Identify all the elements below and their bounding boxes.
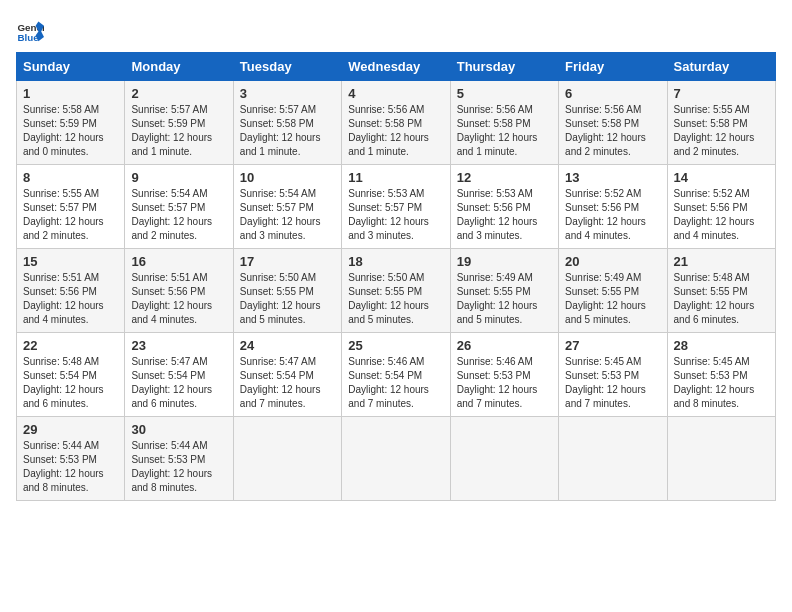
- day-number: 4: [348, 86, 443, 101]
- day-detail: Sunrise: 5:51 AMSunset: 5:56 PMDaylight:…: [23, 271, 118, 327]
- week-row-3: 15Sunrise: 5:51 AMSunset: 5:56 PMDayligh…: [17, 249, 776, 333]
- day-detail: Sunrise: 5:56 AMSunset: 5:58 PMDaylight:…: [565, 103, 660, 159]
- day-detail: Sunrise: 5:58 AMSunset: 5:59 PMDaylight:…: [23, 103, 118, 159]
- day-cell: 16Sunrise: 5:51 AMSunset: 5:56 PMDayligh…: [125, 249, 233, 333]
- day-number: 8: [23, 170, 118, 185]
- day-cell: 6Sunrise: 5:56 AMSunset: 5:58 PMDaylight…: [559, 81, 667, 165]
- logo-icon: General Blue: [16, 16, 44, 44]
- day-detail: Sunrise: 5:56 AMSunset: 5:58 PMDaylight:…: [348, 103, 443, 159]
- day-cell: 25Sunrise: 5:46 AMSunset: 5:54 PMDayligh…: [342, 333, 450, 417]
- day-cell: 20Sunrise: 5:49 AMSunset: 5:55 PMDayligh…: [559, 249, 667, 333]
- day-cell: 2Sunrise: 5:57 AMSunset: 5:59 PMDaylight…: [125, 81, 233, 165]
- day-cell: 4Sunrise: 5:56 AMSunset: 5:58 PMDaylight…: [342, 81, 450, 165]
- day-cell: 21Sunrise: 5:48 AMSunset: 5:55 PMDayligh…: [667, 249, 775, 333]
- day-detail: Sunrise: 5:47 AMSunset: 5:54 PMDaylight:…: [131, 355, 226, 411]
- day-detail: Sunrise: 5:57 AMSunset: 5:59 PMDaylight:…: [131, 103, 226, 159]
- day-cell: 1Sunrise: 5:58 AMSunset: 5:59 PMDaylight…: [17, 81, 125, 165]
- day-cell: [450, 417, 558, 501]
- day-cell: [667, 417, 775, 501]
- day-cell: 28Sunrise: 5:45 AMSunset: 5:53 PMDayligh…: [667, 333, 775, 417]
- col-header-thursday: Thursday: [450, 53, 558, 81]
- day-cell: 30Sunrise: 5:44 AMSunset: 5:53 PMDayligh…: [125, 417, 233, 501]
- day-number: 14: [674, 170, 769, 185]
- day-number: 21: [674, 254, 769, 269]
- day-cell: 11Sunrise: 5:53 AMSunset: 5:57 PMDayligh…: [342, 165, 450, 249]
- day-cell: 24Sunrise: 5:47 AMSunset: 5:54 PMDayligh…: [233, 333, 341, 417]
- week-row-4: 22Sunrise: 5:48 AMSunset: 5:54 PMDayligh…: [17, 333, 776, 417]
- day-cell: 10Sunrise: 5:54 AMSunset: 5:57 PMDayligh…: [233, 165, 341, 249]
- page-header: General Blue: [16, 16, 776, 44]
- day-cell: 23Sunrise: 5:47 AMSunset: 5:54 PMDayligh…: [125, 333, 233, 417]
- day-detail: Sunrise: 5:55 AMSunset: 5:57 PMDaylight:…: [23, 187, 118, 243]
- day-detail: Sunrise: 5:53 AMSunset: 5:57 PMDaylight:…: [348, 187, 443, 243]
- week-row-5: 29Sunrise: 5:44 AMSunset: 5:53 PMDayligh…: [17, 417, 776, 501]
- day-cell: 14Sunrise: 5:52 AMSunset: 5:56 PMDayligh…: [667, 165, 775, 249]
- day-number: 16: [131, 254, 226, 269]
- day-number: 27: [565, 338, 660, 353]
- day-detail: Sunrise: 5:51 AMSunset: 5:56 PMDaylight:…: [131, 271, 226, 327]
- day-number: 19: [457, 254, 552, 269]
- day-detail: Sunrise: 5:55 AMSunset: 5:58 PMDaylight:…: [674, 103, 769, 159]
- day-cell: 22Sunrise: 5:48 AMSunset: 5:54 PMDayligh…: [17, 333, 125, 417]
- day-detail: Sunrise: 5:46 AMSunset: 5:54 PMDaylight:…: [348, 355, 443, 411]
- day-number: 17: [240, 254, 335, 269]
- day-number: 13: [565, 170, 660, 185]
- day-number: 29: [23, 422, 118, 437]
- svg-text:Blue: Blue: [17, 32, 39, 43]
- day-number: 9: [131, 170, 226, 185]
- day-number: 12: [457, 170, 552, 185]
- day-number: 2: [131, 86, 226, 101]
- day-number: 5: [457, 86, 552, 101]
- day-cell: 13Sunrise: 5:52 AMSunset: 5:56 PMDayligh…: [559, 165, 667, 249]
- day-cell: 27Sunrise: 5:45 AMSunset: 5:53 PMDayligh…: [559, 333, 667, 417]
- day-cell: 12Sunrise: 5:53 AMSunset: 5:56 PMDayligh…: [450, 165, 558, 249]
- day-number: 10: [240, 170, 335, 185]
- day-detail: Sunrise: 5:53 AMSunset: 5:56 PMDaylight:…: [457, 187, 552, 243]
- day-number: 28: [674, 338, 769, 353]
- day-number: 15: [23, 254, 118, 269]
- day-detail: Sunrise: 5:56 AMSunset: 5:58 PMDaylight:…: [457, 103, 552, 159]
- col-header-sunday: Sunday: [17, 53, 125, 81]
- day-detail: Sunrise: 5:46 AMSunset: 5:53 PMDaylight:…: [457, 355, 552, 411]
- col-header-friday: Friday: [559, 53, 667, 81]
- day-detail: Sunrise: 5:52 AMSunset: 5:56 PMDaylight:…: [674, 187, 769, 243]
- day-cell: 5Sunrise: 5:56 AMSunset: 5:58 PMDaylight…: [450, 81, 558, 165]
- day-detail: Sunrise: 5:57 AMSunset: 5:58 PMDaylight:…: [240, 103, 335, 159]
- col-header-tuesday: Tuesday: [233, 53, 341, 81]
- day-detail: Sunrise: 5:54 AMSunset: 5:57 PMDaylight:…: [240, 187, 335, 243]
- day-detail: Sunrise: 5:44 AMSunset: 5:53 PMDaylight:…: [23, 439, 118, 495]
- day-cell: 26Sunrise: 5:46 AMSunset: 5:53 PMDayligh…: [450, 333, 558, 417]
- day-cell: 9Sunrise: 5:54 AMSunset: 5:57 PMDaylight…: [125, 165, 233, 249]
- day-number: 30: [131, 422, 226, 437]
- col-header-monday: Monday: [125, 53, 233, 81]
- calendar-table: SundayMondayTuesdayWednesdayThursdayFrid…: [16, 52, 776, 501]
- day-detail: Sunrise: 5:47 AMSunset: 5:54 PMDaylight:…: [240, 355, 335, 411]
- day-number: 24: [240, 338, 335, 353]
- day-number: 23: [131, 338, 226, 353]
- day-number: 20: [565, 254, 660, 269]
- day-detail: Sunrise: 5:50 AMSunset: 5:55 PMDaylight:…: [348, 271, 443, 327]
- day-cell: [342, 417, 450, 501]
- day-cell: [233, 417, 341, 501]
- day-detail: Sunrise: 5:52 AMSunset: 5:56 PMDaylight:…: [565, 187, 660, 243]
- day-cell: 18Sunrise: 5:50 AMSunset: 5:55 PMDayligh…: [342, 249, 450, 333]
- day-number: 1: [23, 86, 118, 101]
- day-detail: Sunrise: 5:45 AMSunset: 5:53 PMDaylight:…: [565, 355, 660, 411]
- day-cell: [559, 417, 667, 501]
- day-number: 22: [23, 338, 118, 353]
- day-cell: 19Sunrise: 5:49 AMSunset: 5:55 PMDayligh…: [450, 249, 558, 333]
- week-row-2: 8Sunrise: 5:55 AMSunset: 5:57 PMDaylight…: [17, 165, 776, 249]
- day-cell: 29Sunrise: 5:44 AMSunset: 5:53 PMDayligh…: [17, 417, 125, 501]
- day-detail: Sunrise: 5:49 AMSunset: 5:55 PMDaylight:…: [565, 271, 660, 327]
- day-number: 3: [240, 86, 335, 101]
- day-cell: 3Sunrise: 5:57 AMSunset: 5:58 PMDaylight…: [233, 81, 341, 165]
- day-cell: 7Sunrise: 5:55 AMSunset: 5:58 PMDaylight…: [667, 81, 775, 165]
- col-header-wednesday: Wednesday: [342, 53, 450, 81]
- day-detail: Sunrise: 5:45 AMSunset: 5:53 PMDaylight:…: [674, 355, 769, 411]
- logo: General Blue: [16, 16, 44, 44]
- day-detail: Sunrise: 5:49 AMSunset: 5:55 PMDaylight:…: [457, 271, 552, 327]
- day-detail: Sunrise: 5:48 AMSunset: 5:55 PMDaylight:…: [674, 271, 769, 327]
- day-number: 26: [457, 338, 552, 353]
- day-detail: Sunrise: 5:54 AMSunset: 5:57 PMDaylight:…: [131, 187, 226, 243]
- day-detail: Sunrise: 5:44 AMSunset: 5:53 PMDaylight:…: [131, 439, 226, 495]
